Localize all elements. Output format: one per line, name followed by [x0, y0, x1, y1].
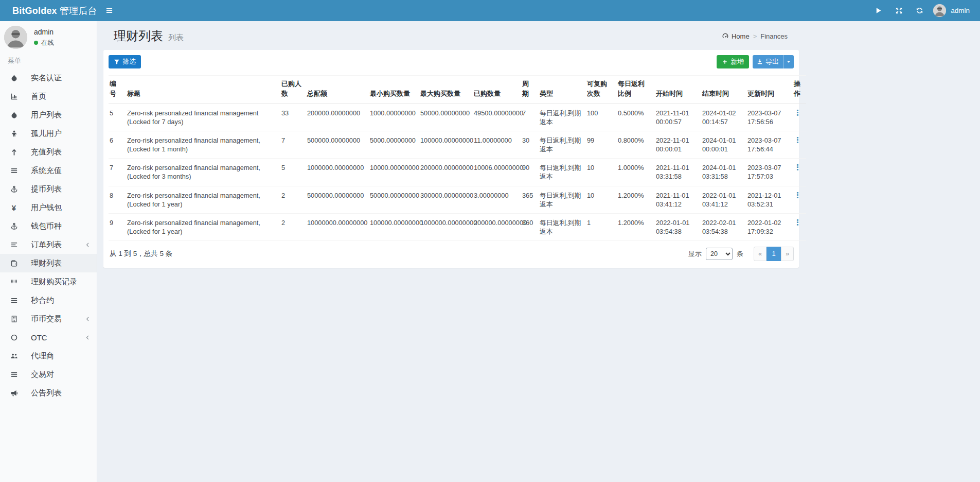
export-button[interactable]: 导出 — [753, 55, 783, 68]
cell-updated: 2021-12-01 03:52:31 — [746, 186, 793, 213]
cell-rebuy: 10 — [586, 159, 617, 186]
cell-end: 2022-02-01 03:54:38 — [701, 213, 746, 240]
export-dropdown-button[interactable] — [783, 55, 794, 68]
menu-section-label: 菜单 — [0, 51, 97, 68]
brand[interactable]: BitGoldex 管理后台 — [0, 5, 97, 17]
sidebar-item[interactable]: OTC — [0, 328, 97, 347]
expand-icon — [895, 7, 903, 14]
cell-title: Zero-risk personalized financial managem… — [126, 186, 280, 213]
cell-max: 1000000.00000000 — [419, 213, 473, 240]
cell-title: Zero-risk personalized financial managem… — [126, 159, 280, 186]
users-icon — [10, 352, 18, 360]
row-actions-button[interactable]: ⋮ — [794, 109, 801, 117]
chart-bar-icon — [10, 93, 18, 100]
sidebar: admin 在线 菜单 实名认证首页用户列表孤儿用户充值列表系统充值提币列表¥用… — [0, 21, 97, 482]
sidebar-item[interactable]: 理财列表 — [0, 254, 97, 272]
cell-updated: 2023-03-07 17:56:56 — [746, 104, 793, 131]
wallet-icon — [10, 260, 18, 267]
sidebar-item[interactable]: 系统充值 — [0, 161, 97, 180]
cell-rebuy: 1 — [586, 213, 617, 240]
row-actions-button[interactable]: ⋮ — [794, 191, 801, 200]
sidebar-item[interactable]: 用户列表 — [0, 106, 97, 124]
sidebar-item-label: 币币交易 — [31, 314, 85, 324]
row-actions-button[interactable]: ⋮ — [794, 136, 801, 145]
column-header: 可复购次数 — [586, 76, 617, 104]
bullhorn-icon — [10, 389, 18, 397]
anchor-icon — [10, 185, 18, 193]
sidebar-item[interactable]: 公告列表 — [0, 384, 97, 402]
sidebar-item[interactable]: 孤儿用户 — [0, 124, 97, 143]
add-button[interactable]: 新增 — [717, 55, 749, 68]
column-header: 最大购买数量 — [419, 76, 473, 104]
cell-min: 10000.00000000 — [369, 159, 419, 186]
sidebar-item-label: 代理商 — [31, 351, 91, 361]
prev-page-button[interactable]: « — [754, 247, 767, 261]
refresh-button[interactable] — [911, 0, 928, 21]
user-menu[interactable]: admin — [931, 4, 972, 17]
current-page-button[interactable]: 1 — [767, 247, 781, 261]
cell-bought: 200000.00000000 — [473, 213, 521, 240]
column-header: 每日返利比例 — [617, 76, 655, 104]
dashboard-icon — [722, 32, 729, 40]
cell-id: 7 — [109, 159, 126, 186]
cell-id: 6 — [109, 131, 126, 158]
cell-quota: 1000000.00000000 — [306, 159, 369, 186]
sidebar-item[interactable]: 首页 — [0, 87, 97, 106]
sidebar-item[interactable]: 钱包币种 — [0, 217, 97, 235]
sidebar-item[interactable]: ¥用户钱包 — [0, 198, 97, 217]
cell-rebuy: 10 — [586, 186, 617, 213]
breadcrumb-home[interactable]: Home — [722, 32, 750, 40]
cell-actions: ⋮ — [793, 186, 806, 213]
cell-period: 365 — [521, 186, 539, 213]
page-size-select[interactable]: 20 — [706, 248, 733, 260]
sidebar-item[interactable]: 实名认证 — [0, 68, 97, 87]
column-header: 操作 — [793, 76, 806, 104]
cell-rate: 1.2000% — [617, 186, 655, 213]
play-button[interactable] — [869, 0, 887, 21]
cell-updated: 2022-01-02 17:09:32 — [746, 213, 793, 240]
sidebar-item[interactable]: 订单列表 — [0, 235, 97, 254]
sidebar-item-label: 秒合约 — [31, 296, 91, 305]
sidebar-toggle-button[interactable] — [97, 0, 121, 21]
cell-id: 9 — [109, 213, 126, 240]
sidebar-item[interactable]: 提币列表 — [0, 180, 97, 198]
row-actions-button[interactable]: ⋮ — [794, 218, 801, 227]
finance-table: 编号标题已购人数总配额最小购买数量最大购买数量已购数量周期类型可复购次数每日返利… — [109, 75, 806, 241]
sidebar-item[interactable]: 币币交易 — [0, 309, 97, 328]
cell-quota: 500000.00000000 — [306, 131, 369, 158]
cell-period: 360 — [521, 213, 539, 240]
sidebar-item[interactable]: 理财购买记录 — [0, 272, 97, 291]
cell-period: 90 — [521, 159, 539, 186]
toolbar-right: 新增 导出 — [717, 55, 794, 68]
table-row: 5Zero-risk personalized financial manage… — [109, 104, 806, 131]
filter-button[interactable]: 筛选 — [109, 55, 141, 68]
braille-icon — [10, 278, 18, 286]
export-split-button: 导出 — [753, 55, 794, 68]
sidebar-item-label: 订单列表 — [31, 240, 85, 250]
row-actions-button[interactable]: ⋮ — [794, 163, 801, 172]
sidebar-user-panel: admin 在线 — [0, 21, 97, 51]
sidebar-item[interactable]: 充值列表 — [0, 143, 97, 161]
table-row: 8Zero-risk personalized financial manage… — [109, 186, 806, 213]
cell-min: 50000.00000000 — [369, 186, 419, 213]
cell-type: 每日返利,到期返本 — [539, 104, 586, 131]
cell-bought: 10006.00000000 — [473, 159, 521, 186]
cell-max: 50000.00000000 — [419, 104, 473, 131]
caret-down-icon — [786, 59, 791, 64]
cell-bought: 49500.00000000 — [473, 104, 521, 131]
sidebar-menu: 实名认证首页用户列表孤儿用户充值列表系统充值提币列表¥用户钱包钱包币种订单列表理… — [0, 68, 97, 402]
cell-actions: ⋮ — [793, 159, 806, 186]
next-page-button[interactable]: » — [781, 247, 794, 261]
fullscreen-button[interactable] — [890, 0, 907, 21]
cell-bought: 11.00000000 — [473, 131, 521, 158]
sidebar-item-label: 实名认证 — [31, 73, 91, 83]
cell-actions: ⋮ — [793, 104, 806, 131]
cell-updated: 2023-03-07 17:57:03 — [746, 159, 793, 186]
cell-updated: 2023-03-07 17:56:44 — [746, 131, 793, 158]
sidebar-item[interactable]: 代理商 — [0, 347, 97, 365]
sidebar-item[interactable]: 交易对 — [0, 365, 97, 384]
cell-rate: 1.0000% — [617, 159, 655, 186]
drupal-icon — [10, 74, 18, 82]
sidebar-item[interactable]: 秒合约 — [0, 291, 97, 309]
table-row: 6Zero-risk personalized financial manage… — [109, 131, 806, 158]
